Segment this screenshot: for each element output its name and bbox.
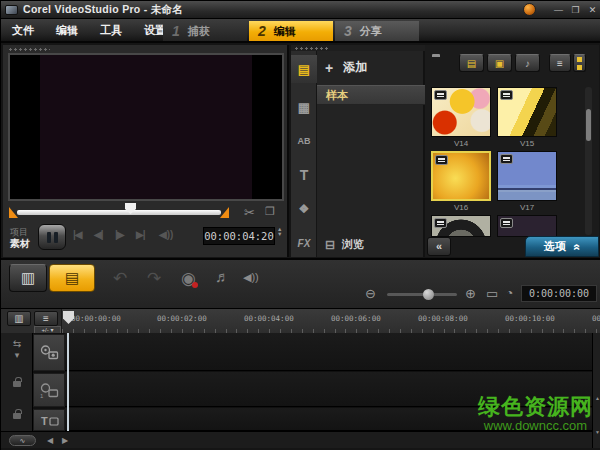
track-options-rail: ⇆ ▾ — [1, 333, 33, 431]
filter-video-button[interactable]: ▤ — [459, 54, 484, 72]
svg-text:T: T — [41, 415, 48, 427]
timecode-spinner[interactable]: ▲ ▼ — [277, 227, 282, 236]
video-track-lane[interactable] — [65, 333, 592, 371]
thumbnail-partial[interactable] — [431, 215, 491, 237]
previous-frame-button[interactable]: ◀| — [94, 229, 103, 240]
add-folder-button[interactable]: + 添加 — [325, 59, 367, 76]
scroll-timeline-button[interactable]: ∿ — [9, 435, 36, 446]
filter-photo-button[interactable]: ▣ — [487, 54, 512, 72]
show-all-tracks-button[interactable]: ▥ — [7, 311, 31, 326]
storyboard-icon: ▥ — [21, 269, 35, 287]
undo-icon[interactable]: ↶ — [113, 268, 127, 289]
thumbnail-v17[interactable] — [497, 151, 557, 201]
workflow-steps: 1 捕获 2 编辑 3 分享 — [163, 21, 419, 41]
surround-sound-icon[interactable]: ◀)) — [243, 271, 259, 284]
volume-icon[interactable]: ◀)) — [159, 229, 173, 240]
nav-title-icon[interactable]: T — [291, 161, 317, 189]
maximize-button[interactable]: ❐ — [567, 5, 584, 15]
video-clip-badge-icon — [435, 155, 448, 165]
panel-grip-dots — [294, 47, 330, 50]
cut-clip-icon[interactable]: ✂ — [244, 205, 255, 220]
thumbnail-v14[interactable] — [431, 87, 491, 137]
track-scrollbar[interactable]: ▲ ▼ — [592, 333, 600, 448]
scroll-up-icon[interactable]: ▲ — [594, 395, 600, 401]
video-track-header[interactable] — [33, 334, 65, 371]
video-clip-badge-icon — [500, 218, 513, 228]
split-clip-icon[interactable]: ❐ — [265, 205, 275, 218]
nav-media-icon[interactable]: ▤ — [291, 55, 317, 83]
end-button[interactable]: ▶| — [136, 229, 145, 240]
home-button[interactable]: |◀ — [73, 229, 82, 240]
track-manager-button[interactable]: ≡ — [34, 311, 58, 326]
ripple-edit-icon[interactable]: ⇆ — [1, 338, 33, 349]
preview-timecode[interactable]: 00:00:04:20 — [203, 227, 275, 245]
next-frame-button[interactable]: |▶ — [115, 229, 124, 240]
tab-capture[interactable]: 1 捕获 — [163, 21, 247, 41]
close-button[interactable]: ✕ — [584, 5, 600, 15]
nav-graphic-icon[interactable]: ❖ — [291, 195, 317, 223]
fit-project-icon[interactable]: ▭ — [486, 286, 498, 301]
nav-transition-icon[interactable]: AB — [291, 127, 317, 155]
thumbnail-v15[interactable] — [497, 87, 557, 137]
timeline-view-button[interactable]: ▤ — [49, 264, 95, 292]
folder-item-sample[interactable]: 样本 — [317, 85, 425, 105]
gallery-scrollbar[interactable] — [585, 87, 592, 235]
tab-share[interactable]: 3 分享 — [335, 21, 419, 41]
nav-filter-icon[interactable]: FX — [291, 229, 317, 257]
list-view-icon: ≡ — [557, 58, 563, 69]
title-track-header[interactable]: T — [33, 409, 65, 431]
video-clip-badge-icon — [434, 218, 447, 228]
lock-title-track-icon[interactable] — [13, 413, 21, 419]
record-capture-icon[interactable]: ◉ — [181, 268, 196, 289]
scroll-left-icon[interactable]: ◀ — [47, 436, 53, 445]
clock-icon[interactable]: ◔ — [506, 286, 513, 300]
zoom-slider-handle[interactable] — [423, 289, 434, 300]
menu-edit[interactable]: 编辑 — [45, 23, 89, 38]
thumbnail-view-icon — [577, 57, 582, 70]
list-view-button[interactable]: ≡ — [549, 54, 571, 72]
overlay-track-header[interactable]: 1 — [33, 373, 65, 407]
lock-overlay-track-icon[interactable] — [13, 381, 21, 387]
filter-audio-button[interactable]: ♪ — [515, 54, 540, 72]
zoom-in-icon[interactable]: ⊕ — [465, 286, 476, 301]
scroll-down-icon[interactable]: ▼ — [594, 429, 600, 435]
thumbnail-label: V15 — [497, 139, 557, 148]
trim-handle-end[interactable] — [220, 207, 229, 218]
thumbnail-partial[interactable] — [497, 215, 557, 237]
title-bar: Corel VideoStudio Pro - 未命名 — ❐ ✕ — [1, 1, 600, 19]
ruler-label: 00:00:06:00 — [331, 314, 381, 323]
scroll-right-icon[interactable]: ▶ — [62, 436, 68, 445]
title-track-lane[interactable] — [65, 408, 592, 431]
thumbnail-v16-selected[interactable] — [431, 151, 491, 201]
minimize-button[interactable]: — — [550, 5, 567, 15]
sound-mixer-icon[interactable]: ♬ — [215, 268, 230, 285]
browse-icon: ⊟ — [325, 238, 335, 252]
timeline-zoom-slider[interactable] — [387, 293, 457, 296]
thumbnail-view-button[interactable] — [573, 54, 586, 72]
browse-button[interactable]: ⊟ 浏览 — [325, 237, 364, 252]
zoom-out-icon[interactable]: ⊖ — [365, 286, 376, 301]
tab-capture-label: 捕获 — [188, 24, 210, 39]
corel-badge-icon[interactable] — [523, 3, 536, 16]
timeline-timecode[interactable]: 0:00:00:00 — [521, 285, 597, 302]
ripple-dropdown-icon[interactable]: ▾ — [1, 350, 33, 360]
redo-icon[interactable]: ↷ — [147, 268, 161, 289]
tab-capture-number: 1 — [172, 23, 180, 39]
menu-tools[interactable]: 工具 — [89, 23, 133, 38]
gallery-scrollbar-handle[interactable] — [586, 109, 591, 141]
spinner-down-icon[interactable]: ▼ — [277, 232, 282, 237]
scrub-bar[interactable] — [17, 210, 221, 215]
timeline-bottom-bar: ∿ ◀ ▶ — [1, 431, 592, 448]
menu-file[interactable]: 文件 — [1, 23, 45, 38]
timeline-ruler[interactable]: 00:00:00:00 00:00:02:00 00:00:04:00 00:0… — [61, 309, 600, 334]
collapse-library-button[interactable]: « — [427, 237, 451, 256]
tab-edit[interactable]: 2 编辑 — [249, 21, 333, 41]
options-button[interactable]: 选项 « — [525, 236, 599, 257]
play-pause-button[interactable] — [38, 224, 66, 250]
nav-instant-project-icon[interactable]: ▦ — [291, 93, 317, 121]
tab-edit-label: 编辑 — [274, 24, 296, 39]
overlay-track-lane[interactable] — [65, 372, 592, 407]
storyboard-view-button[interactable]: ▥ — [9, 264, 47, 292]
clip-mode-label[interactable]: 素材 — [10, 237, 30, 251]
overlay-track-icon: 1 — [40, 383, 59, 398]
